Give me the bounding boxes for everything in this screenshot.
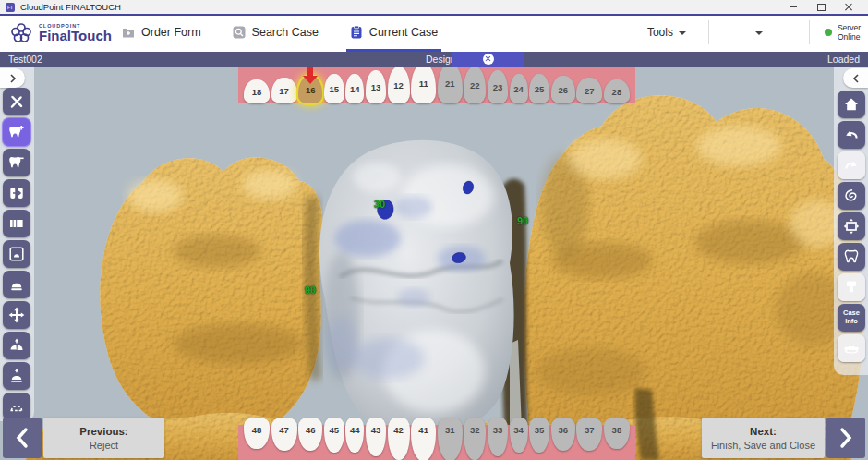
right-tool-undo[interactable] [838,121,865,149]
tooth-number: 24 [513,84,524,94]
left-tool-model-sections[interactable] [3,210,30,237]
close-button[interactable] [835,0,862,14]
left-tool-move[interactable] [3,301,30,329]
tools-dropdown[interactable]: Tools [647,26,686,39]
tooth-28[interactable]: 28 [604,79,630,103]
selected-tooth-arrow-icon [303,67,318,85]
right-tool-teeth-row[interactable] [838,334,865,362]
left-tool-tools[interactable] [3,88,30,115]
tooth-42[interactable]: 42 [388,418,410,460]
right-tool-tooth-outline[interactable] [838,243,865,271]
tooth-44[interactable]: 44 [345,418,364,453]
tooth-43[interactable]: 43 [366,418,386,456]
tooth-26[interactable]: 26 [551,76,575,103]
tooth-number: 21 [445,79,455,89]
tooth-45[interactable]: 45 [324,418,344,453]
tooth-27[interactable]: 27 [576,78,602,103]
chevron-down-icon [755,31,763,35]
tooth-number: 28 [612,87,622,97]
tooth-number: 31 [445,425,455,435]
tooth-number: 15 [329,84,339,94]
tab-strip: Order FormSearch CaseCurrent Case [118,16,441,52]
maximize-button[interactable] [807,0,835,14]
tooth-46[interactable]: 46 [298,418,322,451]
left-tool-margin-line[interactable] [3,393,30,420]
fan-up-icon [8,337,25,354]
tooth-15[interactable]: 15 [324,74,344,103]
tooth-32[interactable]: 32 [464,418,486,460]
window-controls [779,0,862,14]
tab-search-case[interactable]: Search Case [229,16,322,52]
tooth-number: 43 [371,425,381,435]
tab-current-case[interactable]: Current Case [346,16,441,52]
dome-up-icon [8,368,25,384]
tooth-12[interactable]: 12 [388,67,410,103]
undo-icon [843,127,860,143]
next-step-button[interactable] [826,418,865,458]
left-tool-crown[interactable] [3,271,30,298]
left-tool-mirror-teeth[interactable] [3,179,30,207]
tab-order-form[interactable]: Order Form [118,16,205,52]
right-tool-home[interactable] [838,91,865,118]
right-tool-redo[interactable] [838,151,865,179]
home-icon [843,96,860,113]
tooth-24[interactable]: 24 [510,74,528,103]
right-tool-smooth[interactable] [838,182,865,210]
tooth-number: 18 [252,87,262,97]
tooth-number: 47 [279,425,289,435]
tooth-number: 48 [252,425,262,435]
tooth-21[interactable]: 21 [438,67,463,103]
collapse-right-panel-button[interactable] [843,68,868,88]
left-tool-crown-frame[interactable] [3,240,30,268]
tooth-35[interactable]: 35 [529,418,549,453]
divider [809,20,810,44]
right-tool-fit-view[interactable] [838,212,865,240]
tooth-number: 32 [470,425,480,435]
tooth-37[interactable]: 37 [576,418,602,451]
left-tool-add-tooth[interactable] [3,118,30,146]
nav-right-cluster: Tools ServerOnline [647,16,861,49]
previous-label: Previous: [79,426,127,437]
tooth-48[interactable]: 48 [244,418,270,449]
tooth-22[interactable]: 22 [464,67,486,103]
chevron-right-icon [9,74,17,83]
tooth-number: 33 [493,425,503,435]
brand-name-text: FinalTouch [39,28,112,43]
right-tool-paint[interactable] [838,273,865,301]
tooth-17[interactable]: 17 [271,78,297,103]
expand-left-panel-button[interactable] [0,68,25,88]
left-tool-remove-tooth[interactable] [3,149,30,176]
teeth-row-icon [843,340,860,357]
next-step-box[interactable]: Next: Finish, Save and Close [702,418,825,458]
previous-action: Reject [90,440,118,451]
secondary-dropdown[interactable] [709,30,809,35]
app-window: FT CloudPoint FINALTOUCH CLOUDPOINT Fina… [0,0,868,460]
tooth-25[interactable]: 25 [529,74,549,103]
add-tooth-icon [8,124,25,140]
case-info-button[interactable]: Case Info [838,304,865,332]
tooth-23[interactable]: 23 [488,70,508,103]
tooth-number: 35 [535,425,545,435]
minimize-button[interactable] [779,0,807,14]
tooth-41[interactable]: 41 [411,418,436,460]
left-tool-occlusion-fan[interactable] [3,332,30,359]
design-stage-button[interactable] [452,52,524,67]
tooth-31[interactable]: 31 [438,418,463,460]
tooth-47[interactable]: 47 [271,418,297,451]
tooth-38[interactable]: 38 [604,418,630,449]
previous-step-button[interactable] [3,418,42,458]
title-bar: FT CloudPoint FINALTOUCH [0,0,868,14]
tooth-34[interactable]: 34 [510,418,528,453]
tooth-33[interactable]: 33 [488,418,508,456]
tooth-13[interactable]: 13 [366,70,386,103]
tooth-11[interactable]: 11 [411,67,436,103]
model-3d-scene [0,67,868,460]
mirror-teeth-icon [8,185,25,201]
previous-step-box[interactable]: Previous: Reject [43,418,164,458]
model-viewport[interactable]: 309090 18171615141312112122232425262728 … [0,67,868,460]
tooth-36[interactable]: 36 [551,418,575,451]
tooth-number: 37 [585,425,595,435]
tooth-18[interactable]: 18 [244,79,270,103]
left-tool-raise-dome[interactable] [3,362,30,390]
tooth-14[interactable]: 14 [345,74,364,103]
